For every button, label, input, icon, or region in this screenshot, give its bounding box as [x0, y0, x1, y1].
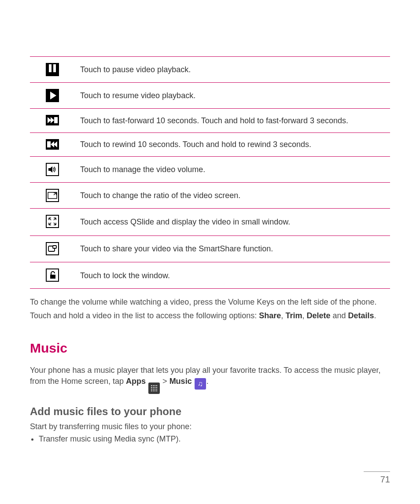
option-details: Details	[348, 311, 374, 320]
touch-hold-options: Touch and hold a video in the list to ac…	[30, 310, 390, 321]
page-number: 71	[364, 471, 390, 486]
table-row: Touch to change the ratio of the video s…	[30, 183, 390, 209]
manual-page: Touch to pause video playback. Touch to …	[0, 0, 420, 504]
svg-rect-5	[50, 275, 55, 279]
music-heading: Music	[30, 339, 390, 357]
table-row: Touch to fast-forward 10 seconds. Touch …	[30, 109, 390, 132]
svg-marker-0	[48, 166, 52, 173]
music-icon: ♫	[195, 378, 206, 390]
table-row: Touch to resume video playback.	[30, 83, 390, 109]
volume-note: To change the volume while watching a vi…	[30, 297, 390, 307]
icon-description: Touch to manage the video volume.	[75, 156, 390, 182]
play-icon	[46, 89, 59, 102]
table-row: Touch to lock the window.	[30, 262, 390, 289]
icon-description: Touch to fast-forward 10 seconds. Touch …	[75, 109, 390, 132]
add-music-subheading: Add music files to your phone	[30, 405, 390, 419]
table-row: Touch to share your video via the SmartS…	[30, 235, 390, 262]
icon-description: Touch to change the ratio of the video s…	[75, 183, 390, 209]
add-music-bullets: Transfer music using Media sync (MTP).	[30, 434, 390, 444]
smartshare-icon	[46, 242, 59, 255]
pause-icon	[46, 63, 59, 76]
option-delete: Delete	[306, 311, 330, 320]
icon-description: Touch to share your video via the SmartS…	[75, 235, 390, 262]
icon-description: Touch to rewind 10 seconds. Touch and ho…	[75, 132, 390, 156]
music-intro: Your phone has a music player that lets …	[30, 365, 390, 394]
icon-description: Touch to lock the window.	[75, 262, 390, 289]
video-controls-table: Touch to pause video playback. Touch to …	[30, 56, 390, 289]
rewind-icon	[46, 139, 59, 150]
fast-forward-icon	[46, 115, 59, 125]
lock-icon	[46, 269, 59, 282]
music-label: Music	[169, 377, 192, 386]
svg-rect-4	[53, 246, 56, 248]
icon-description: Touch to resume video playback.	[75, 83, 390, 109]
table-row: Touch access QSlide and display the vide…	[30, 209, 390, 235]
icon-description: Touch access QSlide and display the vide…	[75, 209, 390, 235]
table-row: Touch to rewind 10 seconds. Touch and ho…	[30, 132, 390, 156]
text: Touch and hold a video in the list to ac…	[30, 311, 259, 320]
icon-description: Touch to pause video playback.	[75, 57, 390, 83]
qslide-icon	[46, 215, 59, 228]
table-row: Touch to manage the video volume.	[30, 156, 390, 182]
volume-icon	[46, 163, 59, 176]
add-music-start: Start by transferring music files to you…	[30, 421, 390, 432]
option-trim: Trim	[285, 311, 302, 320]
list-item: Transfer music using Media sync (MTP).	[39, 434, 390, 444]
apps-label: Apps	[126, 377, 146, 386]
apps-icon	[148, 383, 160, 394]
table-row: Touch to pause video playback.	[30, 57, 390, 83]
option-share: Share	[259, 311, 281, 320]
screen-ratio-icon	[46, 189, 59, 202]
